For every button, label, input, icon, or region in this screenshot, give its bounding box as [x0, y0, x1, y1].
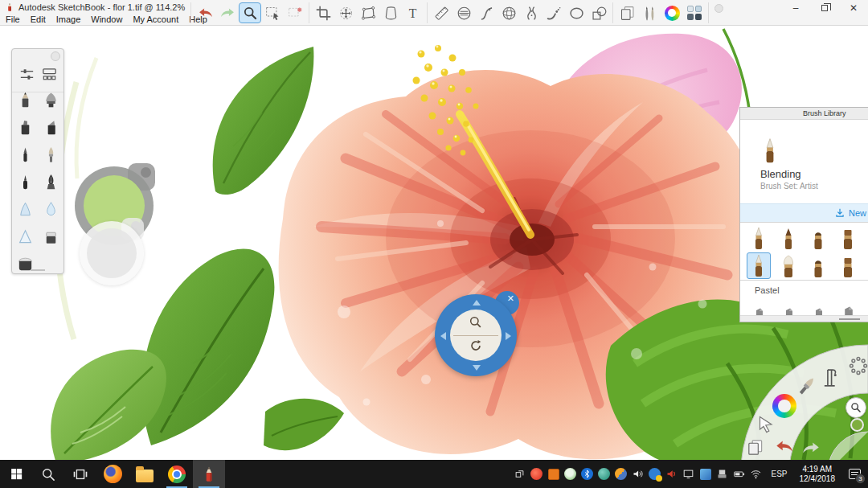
ballpoint-pen-tool[interactable]: [16, 146, 35, 167]
taskbar-search-button[interactable]: [32, 460, 64, 488]
menu-edit[interactable]: Edit: [31, 14, 46, 24]
scrollbar-thumb[interactable]: [839, 318, 860, 320]
pastel-section-label[interactable]: Pastel: [740, 281, 868, 298]
redo-button[interactable]: [216, 2, 239, 23]
taskbar-sketchbook[interactable]: [193, 460, 225, 488]
corner-color-dot[interactable]: [850, 418, 864, 432]
corner-zoom-button[interactable]: [845, 397, 866, 418]
brush-puck-preview[interactable]: [87, 228, 137, 278]
brush-cell[interactable]: [836, 252, 860, 279]
arrow-left-icon[interactable]: [440, 332, 446, 340]
smudge-tool[interactable]: [16, 200, 35, 222]
marker-tool[interactable]: [16, 118, 35, 140]
brush-puck[interactable]: [80, 218, 147, 285]
menu-window[interactable]: Window: [91, 14, 122, 24]
taskbar-firefox[interactable]: [96, 460, 129, 488]
tray-app-orange[interactable]: [545, 460, 562, 488]
language-indicator[interactable]: ESP: [764, 470, 793, 478]
start-button[interactable]: [0, 460, 32, 488]
brush-library-title[interactable]: Brush Library: [740, 108, 868, 120]
shapes-button[interactable]: [588, 2, 610, 23]
brush-cell[interactable]: [806, 224, 830, 251]
tray-battery[interactable]: [731, 460, 747, 488]
taskbar-chrome[interactable]: [161, 460, 193, 488]
copic-library-button[interactable]: [683, 2, 706, 23]
blend-drop-tool[interactable]: [42, 200, 60, 222]
taskbar-clock[interactable]: 4:19 AM 12/4/2018: [794, 465, 841, 484]
arrow-up-icon[interactable]: [473, 300, 481, 306]
fill-button[interactable]: [379, 2, 402, 23]
predictive-stroke-button[interactable]: [542, 2, 565, 23]
corner-layers-button[interactable]: [746, 438, 764, 457]
brush-settings-button[interactable]: [18, 65, 36, 87]
minimize-button[interactable]: –: [781, 0, 810, 16]
text-tool-button[interactable]: [402, 2, 424, 23]
brush-cell[interactable]: [776, 252, 800, 279]
tray-usb[interactable]: [714, 460, 731, 488]
airbrush-tool[interactable]: [42, 91, 60, 113]
tray-display-app[interactable]: [697, 460, 714, 488]
arrow-right-icon[interactable]: [506, 332, 511, 340]
panel-scrollbar[interactable]: [740, 315, 868, 322]
task-view-button[interactable]: [64, 460, 96, 488]
brush-cell[interactable]: [806, 252, 830, 279]
palette-grip[interactable]: [51, 51, 60, 61]
tray-app-green[interactable]: [562, 460, 579, 488]
tray-bluetooth[interactable]: [579, 460, 596, 488]
palette-resize-handle[interactable]: [31, 269, 45, 271]
menu-file[interactable]: File: [6, 14, 20, 24]
transform-button[interactable]: [334, 2, 357, 23]
color-editor-button[interactable]: [661, 2, 683, 23]
crop-button[interactable]: [312, 2, 334, 23]
tray-red-horn[interactable]: [663, 460, 680, 488]
corner-color-wheel[interactable]: [772, 394, 796, 418]
menu-my-account[interactable]: My Account: [133, 14, 178, 24]
tray-update[interactable]: [646, 460, 663, 488]
brush-palette-layout-button[interactable]: [40, 65, 59, 87]
brush-cell[interactable]: [747, 224, 771, 251]
smear-tool[interactable]: [16, 228, 35, 249]
layer-editor-button[interactable]: [616, 2, 638, 23]
paintbrush-tool[interactable]: [42, 146, 60, 167]
undo-button[interactable]: [194, 2, 216, 23]
zoom-tool-button[interactable]: [239, 2, 261, 23]
corner-redo-button[interactable]: [798, 438, 825, 459]
corner-easel-tool[interactable]: [820, 367, 842, 389]
perspective-button[interactable]: [497, 2, 520, 23]
taskbar-file-explorer[interactable]: [129, 460, 161, 488]
symmetry-button[interactable]: [452, 2, 475, 23]
fineliner-tool[interactable]: [16, 173, 35, 195]
brush-cell[interactable]: [776, 224, 800, 251]
fountain-pen-tool[interactable]: [42, 173, 60, 195]
arrow-down-icon[interactable]: [473, 365, 481, 371]
toolbar-grip[interactable]: [714, 4, 723, 13]
show-hidden-icons-button[interactable]: [511, 460, 528, 488]
selection-tool-button[interactable]: [261, 2, 284, 23]
tray-volume[interactable]: [629, 460, 646, 488]
restore-button[interactable]: [810, 0, 839, 16]
brush-cell-selected[interactable]: [747, 252, 771, 279]
current-brush-card[interactable]: Blending Brush Set: Artist: [740, 120, 868, 203]
french-curve-button[interactable]: [475, 2, 497, 23]
deselect-button[interactable]: [284, 2, 306, 23]
eraser-tool[interactable]: [42, 228, 60, 249]
tray-weather[interactable]: [612, 460, 629, 488]
corner-gear-ring-tool[interactable]: [848, 355, 868, 376]
chisel-marker-tool[interactable]: [42, 118, 60, 140]
brush-palette-button[interactable]: [638, 2, 661, 23]
pencil-tool[interactable]: [16, 91, 35, 113]
new-brushes-bar[interactable]: New Brushes: [740, 203, 868, 222]
mirror-symmetry-button[interactable]: [520, 2, 542, 23]
zoom-rotate-puck[interactable]: ✕: [435, 294, 517, 376]
corner-cursor-tool[interactable]: [756, 415, 776, 434]
corner-undo-button[interactable]: [771, 437, 797, 457]
ruler-button[interactable]: [430, 2, 452, 23]
ellipse-guide-button[interactable]: [565, 2, 588, 23]
tray-wifi[interactable]: [747, 460, 764, 488]
distort-button[interactable]: [357, 2, 379, 23]
soft-eraser-tool[interactable]: [16, 255, 35, 277]
menu-image[interactable]: Image: [56, 14, 81, 24]
close-button[interactable]: ✕: [839, 0, 868, 16]
tray-app-red[interactable]: [528, 460, 545, 488]
action-center-button[interactable]: 3: [841, 460, 868, 488]
